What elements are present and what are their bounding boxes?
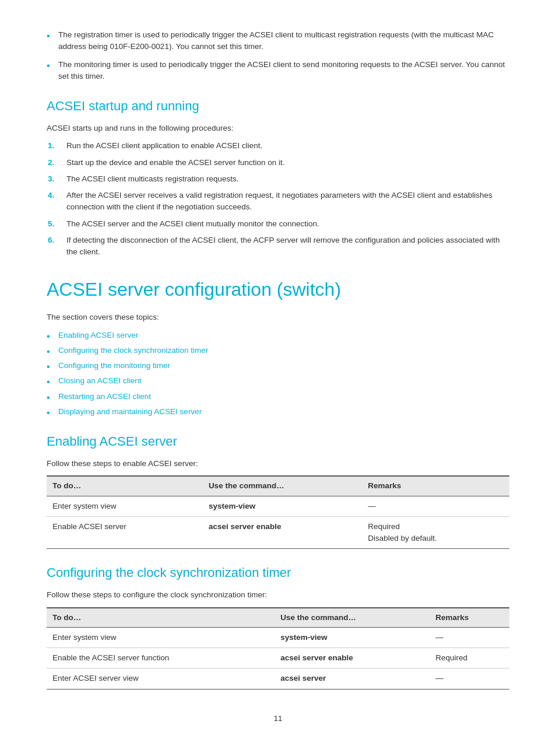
link-restarting[interactable]: Restarting an ACSEI client [47,391,509,402]
acsei-startup-steps: 1. Run the ACSEI client application to e… [61,140,509,258]
enabling-acsei-intro: Follow these steps to enable ACSEI serve… [47,458,509,470]
clock-sync-table: To do… Use the command… Remarks Enter sy… [47,607,509,690]
link-clock[interactable]: Configuring the clock synchronization ti… [47,345,509,356]
clock-sync-table-wrapper: To do… Use the command… Remarks Enter sy… [47,607,509,690]
bullet-item-2: The monitoring timer is used to periodic… [47,59,509,83]
link-enabling[interactable]: Enabling ACSEI server [47,330,509,341]
enabling-row1-command: system-view [203,496,362,516]
clock-sync-section: Configuring the clock synchronization ti… [47,563,509,689]
clock-col-todo: To do… [47,608,275,628]
clock-row1-remarks: — [430,627,509,648]
step-4: 4. After the ACSEI server receives a val… [61,190,509,214]
clock-col-command: Use the command… [275,608,430,628]
enabling-acsei-section: Enabling ACSEI server Follow these steps… [47,432,509,549]
clock-col-remarks: Remarks [430,608,509,628]
clock-row3-command: acsei server [275,668,430,689]
acsei-startup-heading: ACSEI startup and running [47,96,509,116]
link-monitoring[interactable]: Configuring the monitoring timer [47,360,509,372]
enabling-row1-todo: Enter system view [47,496,203,516]
clock-row1-todo: Enter system view [47,627,275,648]
clock-sync-intro: Follow these steps to configure the cloc… [47,589,509,601]
step-1: 1. Run the ACSEI client application to e… [61,140,509,152]
acsei-startup-section: ACSEI startup and running ACSEI starts u… [47,96,509,258]
enabling-row1-remarks: — [362,496,509,516]
clock-row-1: Enter system view system-view — [47,627,509,648]
clock-row1-command: system-view [275,627,430,648]
top-bullet-list: The registration timer is used to period… [47,29,509,82]
enabling-col-remarks: Remarks [362,476,509,496]
clock-row2-command: acsei server enable [275,648,430,668]
step-3: 3. The ACSEI client multicasts registrat… [61,173,509,185]
enabling-row2-command: acsei server enable [203,516,362,549]
step-2: 2. Start up the device and enable the AC… [61,157,509,169]
enabling-acsei-heading: Enabling ACSEI server [47,432,509,451]
enabling-row-2: Enable ACSEI server acsei server enable … [47,516,509,549]
top-bullets: The registration timer is used to period… [47,29,509,82]
acsei-server-config-section: ACSEI server configuration (switch) The … [47,275,509,418]
enabling-acsei-table: To do… Use the command… Remarks Enter sy… [47,475,509,549]
clock-row2-todo: Enable the ACSEI server function [47,648,275,668]
acsei-server-config-heading: ACSEI server configuration (switch) [47,275,509,303]
page-container: The registration timer is used to period… [0,0,556,756]
enabling-acsei-table-wrapper: To do… Use the command… Remarks Enter sy… [47,475,509,549]
enabling-row2-todo: Enable ACSEI server [47,516,203,549]
page-number: 11 [47,713,509,724]
clock-sync-heading: Configuring the clock synchronization ti… [47,563,509,582]
enabling-row2-remarks: Required Disabled by default. [362,516,509,549]
enabling-table-header-row: To do… Use the command… Remarks [47,476,509,496]
link-closing[interactable]: Closing an ACSEI client [47,375,509,387]
clock-table-header-row: To do… Use the command… Remarks [47,608,509,628]
acsei-server-link-list: Enabling ACSEI server Configuring the cl… [47,330,509,418]
enabling-col-command: Use the command… [203,476,362,496]
enabling-row-1: Enter system view system-view — [47,496,509,516]
enabling-col-todo: To do… [47,476,203,496]
step-6: 6. If detecting the disconnection of the… [61,235,509,258]
clock-row-2: Enable the ACSEI server function acsei s… [47,648,509,668]
acsei-server-config-intro: The section covers these topics: [47,312,509,323]
step-5: 5. The ACSEI server and the ACSEI client… [61,218,509,230]
clock-row3-todo: Enter ACSEI server view [47,668,275,689]
clock-row-3: Enter ACSEI server view acsei server — [47,668,509,689]
clock-row2-remarks: Required [430,648,509,668]
clock-row3-remarks: — [430,668,509,689]
bullet-item-1: The registration timer is used to period… [47,29,509,53]
acsei-startup-intro: ACSEI starts up and runs in the followin… [47,123,509,134]
link-displaying[interactable]: Displaying and maintaining ACSEI server [47,406,509,418]
